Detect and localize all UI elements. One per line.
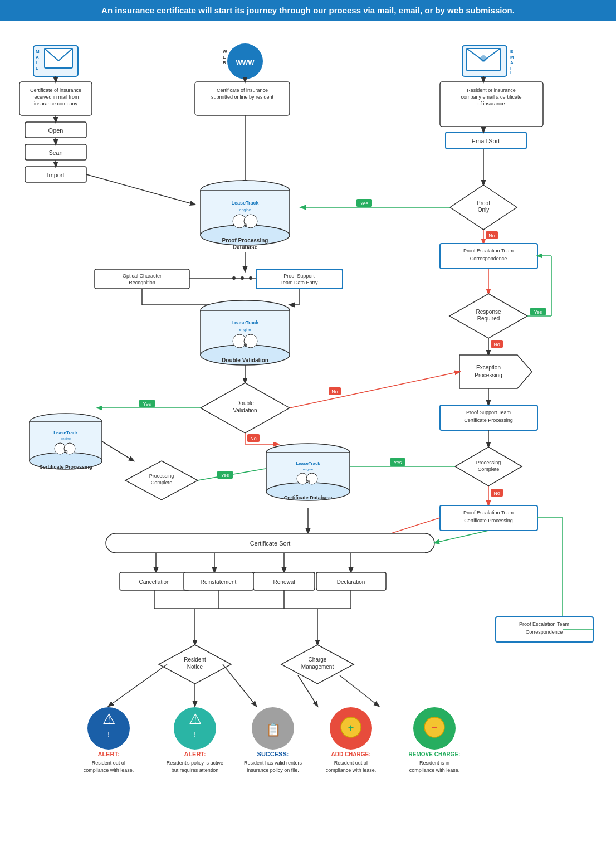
svg-text:!: !	[107, 731, 109, 738]
svg-text:Proof: Proof	[477, 200, 490, 206]
svg-text:Certificate Processing: Certificate Processing	[464, 417, 513, 423]
svg-text:A: A	[510, 60, 514, 65]
svg-line-235	[434, 531, 488, 543]
svg-line-20	[86, 174, 195, 205]
svg-line-199	[223, 664, 256, 706]
svg-text:ADD CHARGE:: ADD CHARGE:	[331, 751, 370, 757]
flowchart-svg: M A I L Certificate of insurance receive…	[0, 21, 616, 856]
svg-text:Certificate Database: Certificate Database	[284, 495, 333, 500]
svg-text:Optical Character: Optical Character	[123, 273, 162, 279]
svg-text:engine: engine	[239, 328, 251, 332]
svg-text:Management: Management	[301, 664, 334, 670]
svg-rect-5	[45, 48, 72, 68]
svg-text:+: +	[348, 722, 354, 733]
svg-text:Proof Support: Proof Support	[283, 273, 315, 279]
svg-text:Certificate Processing: Certificate Processing	[464, 518, 513, 523]
svg-text:!: !	[194, 731, 195, 738]
svg-line-153	[102, 441, 134, 461]
svg-text:Validation: Validation	[233, 407, 257, 414]
svg-text:Cancellation: Cancellation	[139, 579, 169, 585]
svg-text:⚠: ⚠	[189, 711, 202, 727]
svg-text:No: No	[331, 389, 338, 395]
svg-text:Notice: Notice	[187, 664, 203, 670]
flowchart-container: An insurance certificate will start its …	[0, 0, 616, 856]
svg-text:No: No	[493, 490, 500, 496]
svg-text:No: No	[250, 436, 257, 441]
svg-text:ALERT:: ALERT:	[97, 751, 119, 757]
svg-text:M: M	[36, 49, 40, 54]
svg-marker-72	[459, 355, 532, 388]
svg-text:of insurance: of insurance	[477, 101, 505, 106]
svg-text:Resident is in: Resident is in	[419, 760, 449, 766]
svg-text:Certificate Processing: Certificate Processing	[39, 464, 92, 470]
svg-text:−: −	[432, 722, 438, 733]
svg-rect-111	[256, 269, 343, 289]
svg-text:LeaseTrack: LeaseTrack	[231, 200, 259, 206]
svg-text:Complete: Complete	[151, 480, 173, 485]
svg-line-201	[340, 675, 379, 706]
svg-text:LeaseTrack: LeaseTrack	[296, 461, 320, 466]
svg-text:LeaseTrack: LeaseTrack	[53, 430, 78, 435]
svg-text:engine: engine	[239, 208, 251, 212]
header-text: An insurance certificate will start its …	[101, 6, 515, 15]
svg-text:Open: Open	[48, 127, 63, 134]
svg-text:Database: Database	[233, 244, 258, 250]
svg-rect-108	[95, 269, 189, 289]
svg-text:M: M	[510, 55, 514, 60]
svg-text:A: A	[36, 55, 39, 60]
svg-text:L: L	[36, 66, 38, 71]
svg-text:Charge: Charge	[309, 656, 327, 663]
svg-text:LeaseTrack: LeaseTrack	[231, 320, 259, 325]
svg-text:⚠: ⚠	[102, 711, 115, 727]
svg-text:Recognition: Recognition	[129, 280, 155, 285]
svg-text:Proof Escalation Team: Proof Escalation Team	[519, 621, 569, 627]
svg-text:Yes: Yes	[394, 460, 402, 465]
svg-text:Email Sort: Email Sort	[472, 138, 500, 144]
svg-text:compliance with lease.: compliance with lease.	[326, 767, 377, 773]
svg-text:Processing: Processing	[149, 473, 174, 479]
svg-text:Proof Support Team: Proof Support Team	[466, 410, 511, 415]
svg-text:Renewal: Renewal	[273, 579, 295, 585]
svg-text:compliance with lease.: compliance with lease.	[409, 767, 460, 773]
svg-text:B: B	[223, 60, 226, 65]
svg-text:Proof Processing: Proof Processing	[222, 237, 268, 244]
svg-text:Correspondence: Correspondence	[470, 256, 507, 261]
svg-text:Double: Double	[236, 400, 254, 406]
svg-text:⚙: ⚙	[306, 479, 310, 484]
svg-text:No: No	[493, 342, 500, 347]
svg-text:⚙: ⚙	[243, 343, 247, 348]
svg-text:Correspondence: Correspondence	[526, 629, 563, 635]
svg-text:W: W	[223, 49, 227, 54]
svg-text:Required: Required	[477, 315, 500, 322]
svg-text:Processing: Processing	[476, 460, 501, 465]
svg-text:Resident's policy is active: Resident's policy is active	[167, 760, 223, 766]
svg-text:Proof Escalation Team: Proof Escalation Team	[463, 510, 514, 515]
svg-text:Exception: Exception	[476, 364, 501, 371]
svg-text:received in mail from: received in mail from	[32, 94, 79, 100]
header-banner: An insurance certificate will start its …	[0, 0, 616, 21]
svg-text:Resident: Resident	[184, 656, 206, 663]
svg-text:Certificate of insurance: Certificate of insurance	[30, 87, 81, 93]
svg-text:Response: Response	[476, 309, 501, 315]
svg-text:Scan: Scan	[48, 149, 62, 156]
svg-text:Certificate of insurance: Certificate of insurance	[217, 87, 268, 93]
svg-text:Proof Escalation Team: Proof Escalation Team	[463, 248, 514, 254]
svg-point-116	[249, 276, 252, 280]
svg-text:Certificate Sort: Certificate Sort	[250, 540, 291, 547]
svg-text:Resident has valid renters: Resident has valid renters	[244, 760, 302, 766]
svg-text:E: E	[223, 55, 226, 60]
svg-text:ALERT:: ALERT:	[184, 751, 206, 757]
svg-text:engine: engine	[303, 468, 314, 471]
svg-text:Reinstatement: Reinstatement	[201, 579, 237, 585]
svg-text:Resident out of: Resident out of	[334, 760, 368, 766]
svg-text:Resident out of: Resident out of	[92, 760, 126, 766]
svg-point-38	[480, 55, 487, 62]
svg-text:Yes: Yes	[360, 201, 369, 206]
svg-line-137	[290, 372, 459, 408]
svg-text:engine: engine	[61, 437, 71, 440]
svg-point-115	[241, 276, 244, 280]
svg-text:insurance company: insurance company	[34, 101, 78, 106]
svg-text:REMOVE CHARGE:: REMOVE CHARGE:	[409, 751, 461, 757]
svg-text:No: No	[488, 233, 495, 239]
svg-text:⚙: ⚙	[243, 223, 247, 228]
